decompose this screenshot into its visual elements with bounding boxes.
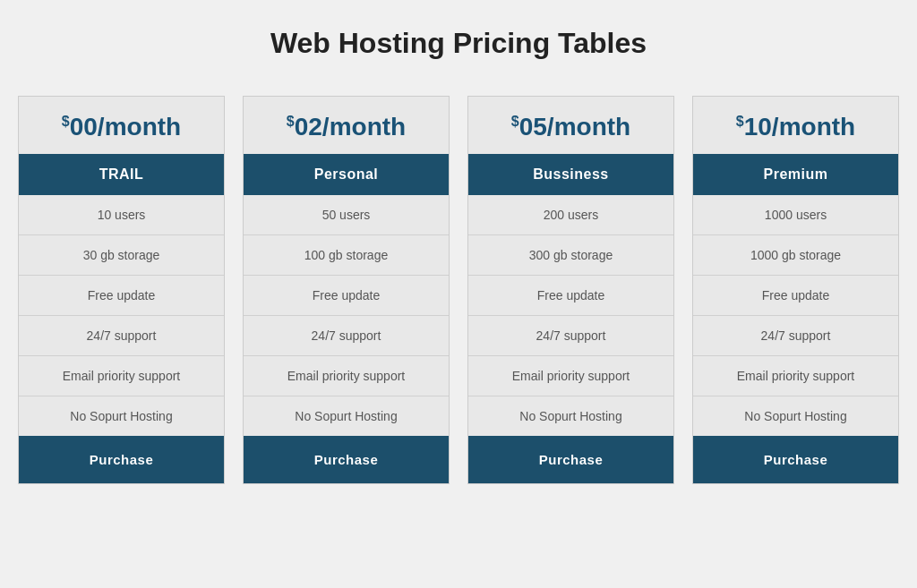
- feature-item-business-0: 200 users: [468, 195, 673, 235]
- feature-item-premium-2: Free update: [693, 276, 898, 316]
- price-symbol-business: $: [511, 114, 519, 129]
- purchase-button-business[interactable]: Purchase: [468, 436, 673, 483]
- features-list-business: 200 users300 gb storageFree update24/7 s…: [468, 195, 673, 436]
- features-list-premium: 1000 users1000 gb storageFree update24/7…: [693, 195, 898, 436]
- price-header-premium: $10/month: [693, 97, 898, 154]
- feature-item-business-3: 24/7 support: [468, 316, 673, 356]
- plan-name-business: Bussiness: [468, 154, 673, 195]
- feature-item-business-5: No Sopurt Hosting: [468, 396, 673, 436]
- price-header-trail: $00/month: [19, 97, 224, 154]
- feature-item-trail-4: Email priority support: [19, 356, 224, 396]
- feature-item-trail-2: Free update: [19, 276, 224, 316]
- feature-item-personal-3: 24/7 support: [244, 316, 449, 356]
- feature-item-premium-4: Email priority support: [693, 356, 898, 396]
- feature-item-personal-1: 100 gb storage: [244, 235, 449, 276]
- feature-item-personal-0: 50 users: [244, 195, 449, 235]
- price-header-business: $05/month: [468, 97, 673, 154]
- features-list-trail: 10 users30 gb storageFree update24/7 sup…: [19, 195, 224, 436]
- purchase-button-premium[interactable]: Purchase: [693, 436, 898, 483]
- feature-item-personal-4: Email priority support: [244, 356, 449, 396]
- feature-item-personal-5: No Sopurt Hosting: [244, 396, 449, 436]
- feature-item-trail-3: 24/7 support: [19, 316, 224, 356]
- feature-item-premium-5: No Sopurt Hosting: [693, 396, 898, 436]
- feature-item-trail-1: 30 gb storage: [19, 235, 224, 276]
- pricing-card-personal: $02/monthPersonal50 users100 gb storageF…: [243, 96, 450, 484]
- feature-item-personal-2: Free update: [244, 276, 449, 316]
- price-text-personal: $02/month: [287, 113, 406, 141]
- price-symbol-personal: $: [287, 114, 295, 129]
- feature-item-trail-5: No Sopurt Hosting: [19, 396, 224, 436]
- plan-name-trail: TRAIL: [19, 154, 224, 195]
- price-symbol-premium: $: [736, 114, 744, 129]
- feature-item-premium-0: 1000 users: [693, 195, 898, 235]
- pricing-card-premium: $10/monthPremium1000 users1000 gb storag…: [692, 96, 899, 484]
- price-text-trail: $00/month: [62, 113, 181, 141]
- price-header-personal: $02/month: [244, 97, 449, 154]
- feature-item-business-2: Free update: [468, 276, 673, 316]
- feature-item-premium-1: 1000 gb storage: [693, 235, 898, 276]
- page-title: Web Hosting Pricing Tables: [270, 27, 647, 60]
- price-symbol-trail: $: [62, 114, 70, 129]
- pricing-container: $00/monthTRAIL10 users30 gb storageFree …: [18, 96, 899, 484]
- features-list-personal: 50 users100 gb storageFree update24/7 su…: [244, 195, 449, 436]
- purchase-button-personal[interactable]: Purchase: [244, 436, 449, 483]
- feature-item-trail-0: 10 users: [19, 195, 224, 235]
- feature-item-premium-3: 24/7 support: [693, 316, 898, 356]
- feature-item-business-4: Email priority support: [468, 356, 673, 396]
- plan-name-premium: Premium: [693, 154, 898, 195]
- feature-item-business-1: 300 gb storage: [468, 235, 673, 276]
- pricing-card-business: $05/monthBussiness200 users300 gb storag…: [467, 96, 674, 484]
- pricing-card-trail: $00/monthTRAIL10 users30 gb storageFree …: [18, 96, 225, 484]
- purchase-button-trail[interactable]: Purchase: [19, 436, 224, 483]
- price-text-premium: $10/month: [736, 113, 855, 141]
- price-text-business: $05/month: [511, 113, 630, 141]
- plan-name-personal: Personal: [244, 154, 449, 195]
